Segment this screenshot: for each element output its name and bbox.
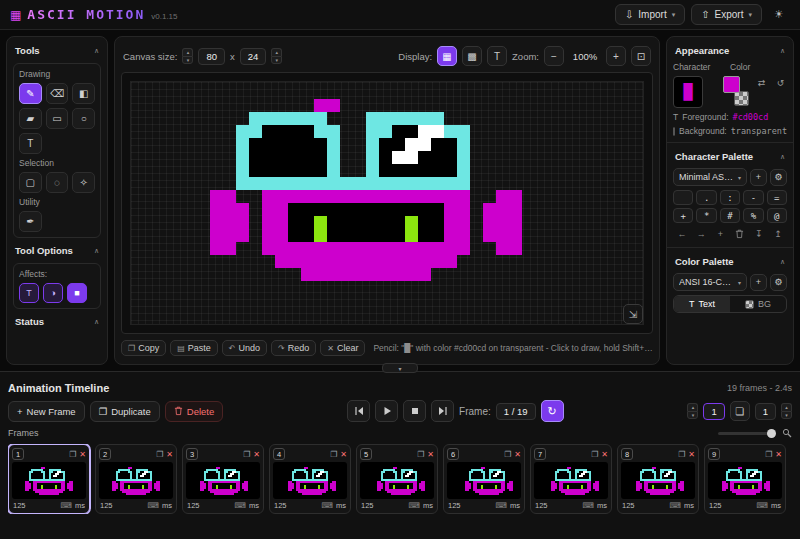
step-down-icon[interactable]: ▾ [271, 56, 282, 64]
palette-char-button[interactable]: % [743, 208, 763, 223]
onion-next-value[interactable]: 1 [755, 403, 776, 420]
palette-char-button[interactable]: = [767, 190, 787, 205]
frame-duplicate-button[interactable]: ❐ [765, 450, 772, 459]
frame-card[interactable]: 2 ❐ ✕ 125 ⌨ ms [95, 444, 177, 514]
step-down-icon[interactable]: ▾ [687, 411, 698, 419]
background-color-toggle[interactable]: BG [730, 296, 786, 312]
frame-duration-value[interactable]: 125 [709, 501, 722, 510]
frame-card[interactable]: 3 ❐ ✕ 125 ⌨ ms [182, 444, 264, 514]
frame-duration-value[interactable]: 125 [13, 501, 26, 510]
reset-colors-button[interactable]: ↺ [774, 76, 787, 90]
palette-char-button[interactable]: @ [767, 208, 787, 223]
canvas[interactable]: ⇲ [121, 72, 653, 334]
canvas-height-stepper[interactable]: ▴ ▾ [271, 48, 282, 64]
frame-delete-button[interactable]: ✕ [775, 450, 782, 459]
frame-duration-value[interactable]: 125 [187, 501, 200, 510]
color-swatches[interactable] [723, 76, 749, 106]
frame-card[interactable]: 9 ❐ ✕ 125 ⌨ ms [704, 444, 786, 514]
frame-delete-button[interactable]: ✕ [166, 450, 173, 459]
add-character-palette-button[interactable]: + [750, 169, 767, 186]
color-palette-select[interactable]: ANSI 16-Col... ▾ [673, 273, 747, 291]
frame-duration-value[interactable]: 125 [535, 501, 548, 510]
palette-add-button[interactable]: + [713, 227, 727, 241]
zoom-out-button[interactable]: − [544, 46, 564, 66]
onion-prev-stepper[interactable]: ▴ ▾ [687, 403, 698, 419]
frame-delete-button[interactable]: ✕ [514, 450, 521, 459]
frame-card[interactable]: 6 ❐ ✕ 125 ⌨ ms [443, 444, 525, 514]
duplicate-frame-button[interactable]: ❐ Duplicate [90, 401, 160, 422]
frame-duplicate-button[interactable]: ❐ [417, 450, 424, 459]
copy-button[interactable]: ❐Copy [121, 340, 166, 356]
undo-button[interactable]: ↶Undo [222, 340, 267, 356]
frame-delete-button[interactable]: ✕ [427, 450, 434, 459]
frame-card[interactable]: 7 ❐ ✕ 125 ⌨ ms [530, 444, 612, 514]
palette-prev-button[interactable]: ← [675, 227, 689, 241]
new-frame-button[interactable]: + New Frame [8, 401, 85, 422]
palette-char-button[interactable]: - [743, 190, 763, 205]
paste-button[interactable]: ▤Paste [170, 340, 218, 356]
frame-delete-button[interactable]: ✕ [688, 450, 695, 459]
add-color-palette-button[interactable]: + [750, 274, 767, 291]
background-color-swatch[interactable] [734, 91, 749, 106]
slider-thumb[interactable] [767, 429, 776, 438]
palette-next-button[interactable]: → [694, 227, 708, 241]
color-palette-settings-button[interactable]: ⚙ [770, 274, 787, 291]
foreground-color-swatch[interactable] [723, 76, 740, 93]
frame-duplicate-button[interactable]: ❐ [504, 450, 511, 459]
tool-options-section-header[interactable]: Tool Options ∧ [13, 243, 101, 258]
frame-duration-value[interactable]: 125 [448, 501, 461, 510]
palette-export-button[interactable]: ↧ [752, 227, 766, 241]
onion-skin-toggle[interactable]: ❏ [730, 401, 750, 421]
frame-duplicate-button[interactable]: ❐ [678, 450, 685, 459]
redo-button[interactable]: ↷Redo [271, 340, 316, 356]
frame-duplicate-button[interactable]: ❐ [243, 450, 250, 459]
text-color-toggle[interactable]: T Text [674, 296, 730, 312]
display-grid-toggle[interactable]: ▦ [437, 46, 457, 66]
marquee-select-tool-button[interactable]: ▢ [19, 172, 42, 193]
zoom-in-button[interactable]: + [606, 46, 626, 66]
frame-duration-value[interactable]: 125 [274, 501, 287, 510]
fill-rectangle-tool-button[interactable]: ▰ [19, 108, 42, 129]
status-section-header[interactable]: Status ∧ [13, 314, 101, 329]
pencil-tool-button[interactable]: ✎ [19, 83, 42, 104]
text-tool-button[interactable]: T [19, 133, 42, 154]
import-button[interactable]: ⇩ Import ▾ [615, 4, 685, 25]
canvas-height-value[interactable]: 24 [240, 48, 267, 65]
rectangle-tool-button[interactable]: ▭ [46, 108, 69, 129]
play-button[interactable] [375, 400, 398, 422]
step-down-icon[interactable]: ▾ [182, 56, 193, 64]
palette-char-button[interactable] [673, 190, 693, 205]
stop-button[interactable] [403, 400, 426, 422]
palette-char-button[interactable]: : [720, 190, 740, 205]
palette-char-button[interactable]: * [696, 208, 716, 223]
display-transparency-toggle[interactable]: ▩ [462, 46, 482, 66]
frame-duration-value[interactable]: 125 [361, 501, 374, 510]
palette-char-button[interactable]: + [673, 208, 693, 223]
affect-character-toggle[interactable]: T [19, 283, 39, 303]
frame-card[interactable]: 5 ❐ ✕ 125 ⌨ ms [356, 444, 438, 514]
character-palette-select[interactable]: Minimal ASC... ▾ [673, 168, 747, 186]
step-up-icon[interactable]: ▴ [781, 403, 792, 411]
frame-card[interactable]: 4 ❐ ✕ 125 ⌨ ms [269, 444, 351, 514]
frame-duplicate-button[interactable]: ❐ [156, 450, 163, 459]
canvas-width-stepper[interactable]: ▴ ▾ [182, 48, 193, 64]
last-frame-button[interactable] [431, 400, 454, 422]
clear-button[interactable]: ✕Clear [320, 340, 365, 356]
timeline-collapse-button[interactable]: ▾ [382, 363, 418, 373]
affect-background-toggle[interactable]: ■ [67, 283, 87, 303]
zoom-fit-button[interactable]: ⊡ [631, 46, 651, 66]
lasso-select-tool-button[interactable]: ◌ [46, 172, 69, 193]
thumbnail-size-slider[interactable] [718, 432, 776, 435]
first-frame-button[interactable] [347, 400, 370, 422]
frame-duplicate-button[interactable]: ❐ [330, 450, 337, 459]
display-text-toggle[interactable]: T [487, 46, 507, 66]
canvas-width-value[interactable]: 80 [198, 48, 225, 65]
frame-card[interactable]: 8 ❐ ✕ 125 ⌨ ms [617, 444, 699, 514]
theme-toggle-button[interactable]: ☀ [768, 4, 790, 26]
step-up-icon[interactable]: ▴ [687, 403, 698, 411]
canvas-expand-button[interactable]: ⇲ [623, 304, 643, 324]
frame-duplicate-button[interactable]: ❐ [69, 450, 76, 459]
eraser-tool-button[interactable]: ⌫ [46, 83, 69, 104]
character-palette-settings-button[interactable]: ⚙ [770, 169, 787, 186]
onion-next-stepper[interactable]: ▴ ▾ [781, 403, 792, 419]
